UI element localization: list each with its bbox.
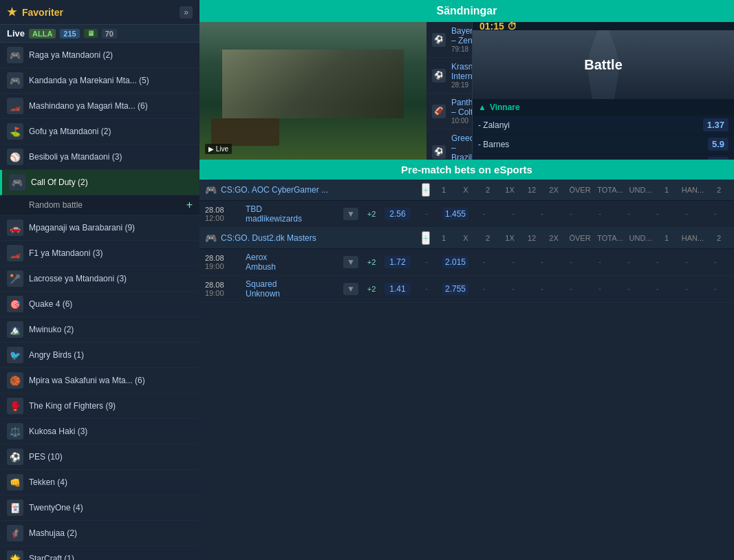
sidebar-item-label-pes: PES (10) bbox=[29, 452, 193, 462]
battle-header-row: 01:15 ⏱ bbox=[473, 22, 734, 30]
match-date: 28.08 bbox=[205, 254, 243, 262]
sidebar-item-raga[interactable]: 🎮 Raga ya Mtandaoni (2) bbox=[0, 43, 199, 68]
match-row[interactable]: 🏈 Panthers – Colts 10:00 bbox=[427, 94, 472, 129]
odds-1[interactable]: 1.41 bbox=[385, 283, 411, 295]
alla-badge[interactable]: ALLA bbox=[29, 29, 56, 39]
sidebar-item-angrybirds[interactable]: 🐦 Angry Birds (1) bbox=[0, 343, 199, 368]
sidebar-item-starcraft[interactable]: 🌟 StarCraft (1) bbox=[0, 546, 199, 560]
battle-title: Battle bbox=[584, 57, 623, 73]
col-header-9: 1 bbox=[657, 186, 676, 194]
sidebar-item-kingfighters[interactable]: 🥊 The King of Fighters (9) bbox=[0, 394, 199, 419]
odds-rest-2: - bbox=[529, 257, 555, 267]
sidebar-item-twentyone[interactable]: 🃏 TwentyOne (4) bbox=[0, 495, 199, 521]
sidebar-item-lacrosse[interactable]: 🥍 Lacrosse ya Mtandaoni (3) bbox=[0, 266, 199, 292]
player-odds[interactable]: 5.9 bbox=[708, 138, 728, 151]
match-time: 19:00 bbox=[205, 262, 243, 270]
odds-1[interactable]: 2.56 bbox=[385, 208, 411, 220]
sidebar-item-callofduty[interactable]: 🎮 Call Of Duty (2) bbox=[0, 170, 199, 195]
league-expand-button[interactable]: + bbox=[422, 183, 430, 197]
match-teams: Panthers – Colts bbox=[451, 98, 473, 117]
player-odds[interactable]: 1.37 bbox=[703, 118, 728, 131]
odds-2[interactable]: 1.455 bbox=[442, 208, 468, 220]
odds-rest-4: - bbox=[587, 284, 613, 294]
odds-rest-7: - bbox=[673, 284, 700, 294]
game-icon-lacrosse: 🥍 bbox=[7, 270, 23, 287]
odds-rest-5: - bbox=[616, 257, 642, 267]
vinnare-header[interactable]: ▲ Vinnare bbox=[473, 99, 734, 116]
sidebar-item-pes[interactable]: ⚽ PES (10) bbox=[0, 444, 199, 470]
sidebar-item-label-starcraft: StarCraft (1) bbox=[29, 554, 193, 560]
game-icon-mashujaa: 🦸 bbox=[7, 525, 23, 541]
odds-rest-7: - bbox=[673, 209, 700, 219]
match-info: Krasnodar – Internazionale 28:19 bbox=[451, 62, 473, 89]
sidebar-item-label-kingfighters: The King of Fighters (9) bbox=[29, 401, 193, 411]
sidebar-item-random-battle[interactable]: Random battle + bbox=[0, 195, 199, 215]
handicap-value: +2 bbox=[361, 210, 382, 218]
game-icon-quake: 🎯 bbox=[7, 296, 23, 312]
handicap-value: +2 bbox=[361, 285, 382, 293]
col-header-7: TOTA... bbox=[596, 186, 624, 194]
match-time: 10:00 bbox=[451, 117, 473, 125]
odds-rest-4: - bbox=[587, 257, 613, 267]
vinnare-row[interactable]: - Barnes 5.9 bbox=[473, 135, 734, 154]
match-expand-button[interactable]: ▼ bbox=[343, 208, 358, 220]
add-random-battle-button[interactable]: + bbox=[186, 199, 193, 211]
match-row[interactable]: ⚽ Krasnodar – Internazionale 28:19 bbox=[427, 58, 472, 94]
odds-rest-0: - bbox=[471, 209, 497, 219]
match-date-col: 28.08 19:00 bbox=[205, 281, 243, 297]
sidebar-item-mwinuko[interactable]: 🏔️ Mwinuko (2) bbox=[0, 317, 199, 343]
col-header-7: TOTA... bbox=[596, 234, 624, 242]
match-bet-row[interactable]: 28.08 19:00 Aerox Ambush ▼ +2 1.72 - 2.0… bbox=[199, 249, 734, 276]
col-header-1: X bbox=[456, 234, 475, 242]
game-icon-starcraft: 🌟 bbox=[7, 550, 23, 560]
odds-2[interactable]: 2.755 bbox=[442, 283, 468, 295]
match-bet-row[interactable]: 28.08 19:00 Squared Unknown ▼ +2 1.41 - … bbox=[199, 276, 734, 303]
sidebar-item-besiboli[interactable]: ⚾ Besiboli ya Mtandaoni (3) bbox=[0, 144, 199, 170]
col-header-9: 1 bbox=[657, 234, 676, 242]
sidebar-item-kandanda[interactable]: 🎮 Kandanda ya Marekani Mta... (5) bbox=[0, 68, 199, 94]
match-bet-row[interactable]: 28.08 12:00 TBD madlikewizards ▼ +2 2.56… bbox=[199, 201, 734, 228]
odds-1[interactable]: 1.72 bbox=[385, 256, 411, 268]
sidebar-item-mpaganaji[interactable]: 🚗 Mpaganaji wa Barabarani (9) bbox=[0, 215, 199, 241]
player-name: - Barnes bbox=[478, 140, 509, 149]
sidebar-item-mashujaa[interactable]: 🦸 Mashujaa (2) bbox=[0, 521, 199, 546]
odds-rest-3: - bbox=[558, 257, 584, 267]
sidebar-item-label-lacrosse: Lacrosse ya Mtandaoni (3) bbox=[29, 274, 193, 283]
odds-rest-1: - bbox=[500, 284, 526, 294]
live-label: Live bbox=[7, 28, 25, 39]
sidebar-item-mashindano[interactable]: 🏎️ Mashindano ya Magari Mta... (6) bbox=[0, 94, 199, 119]
sidebar-item-f1[interactable]: 🏎️ F1 ya Mtandaoni (3) bbox=[0, 241, 199, 266]
esport-league-row: 🎮 CS:GO. Dust2.dk Masters + 1X21X122XÖVE… bbox=[199, 228, 734, 249]
match-row[interactable]: ⚽ Bayern – Zenit 79:18 bbox=[427, 22, 472, 58]
game-icon-kukosa: ⚖️ bbox=[7, 423, 23, 440]
col-header-1: X bbox=[456, 186, 475, 194]
game-icon-kandanda: 🎮 bbox=[7, 72, 23, 89]
match-row[interactable]: ⚽ Greece – Brazil 80:45 bbox=[427, 129, 472, 160]
game-icon-mwinuko: 🏔️ bbox=[7, 321, 23, 338]
vinnare-row[interactable]: - Snyder 9.1 bbox=[473, 154, 734, 160]
collapse-button[interactable]: » bbox=[180, 6, 193, 19]
vinnare-section: ▲ Vinnare - Zalanyi 1.37 - Barnes 5.9 - … bbox=[473, 99, 734, 160]
col-headers: 1X21X122XÖVERTOTA...UND...1HAN...2 bbox=[434, 234, 728, 242]
match-expand-button[interactable]: ▼ bbox=[343, 256, 358, 268]
sidebar-item-label-besiboli: Besiboli ya Mtandaoni (3) bbox=[29, 152, 193, 162]
sidebar-item-mpira[interactable]: 🏀 Mpira wa Sakafuni wa Mta... (6) bbox=[0, 368, 199, 394]
sidebar-item-label-quake: Quake 4 (6) bbox=[29, 299, 193, 309]
col-header-3: 1X bbox=[500, 186, 519, 194]
col-header-11: 2 bbox=[709, 186, 728, 194]
sidebar-item-kukosa[interactable]: ⚖️ Kukosa Haki (3) bbox=[0, 419, 199, 444]
sidebar-item-gofu[interactable]: ⛳ Gofu ya Mtandaoni (2) bbox=[0, 119, 199, 144]
handicap-value: +2 bbox=[361, 258, 382, 266]
col-header-5: 2X bbox=[544, 234, 563, 242]
sidebar-item-quake[interactable]: 🎯 Quake 4 (6) bbox=[0, 292, 199, 317]
match-teams-col: Aerox Ambush bbox=[246, 252, 341, 272]
match-expand-button[interactable]: ▼ bbox=[343, 283, 358, 295]
odds-rest-2: - bbox=[529, 284, 555, 294]
team1-name: Squared bbox=[246, 279, 341, 289]
sidebar-item-tekken[interactable]: 👊 Tekken (4) bbox=[0, 470, 199, 495]
odds-rest-5: - bbox=[616, 209, 642, 219]
team1-name: Aerox bbox=[246, 252, 341, 262]
odds-2[interactable]: 2.015 bbox=[442, 256, 468, 268]
vinnare-row[interactable]: - Zalanyi 1.37 bbox=[473, 116, 734, 135]
league-expand-button[interactable]: + bbox=[422, 231, 430, 245]
